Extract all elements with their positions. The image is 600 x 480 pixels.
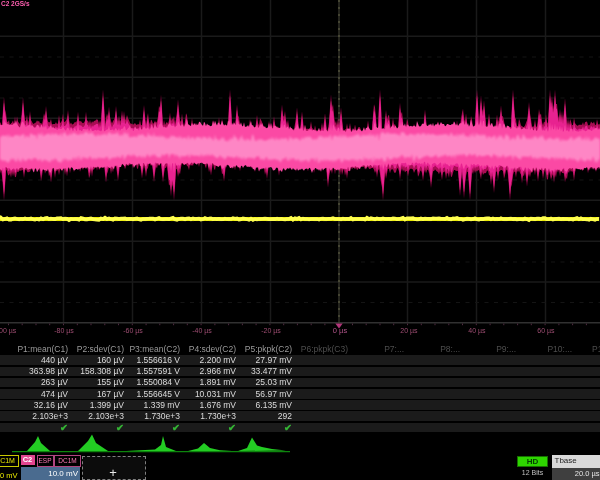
svg-text:20 µs: 20 µs xyxy=(400,327,418,335)
svg-text:40 µs: 40 µs xyxy=(468,327,486,335)
svg-text:-80 µs: -80 µs xyxy=(54,327,74,335)
svg-text:-40 µs: -40 µs xyxy=(192,327,212,335)
svg-text:00 µs: 00 µs xyxy=(0,327,17,335)
svg-text:60 µs: 60 µs xyxy=(537,327,555,335)
svg-text:-60 µs: -60 µs xyxy=(123,327,143,335)
svg-text:0 µs: 0 µs xyxy=(333,326,348,335)
svg-text:-20 µs: -20 µs xyxy=(261,327,281,335)
